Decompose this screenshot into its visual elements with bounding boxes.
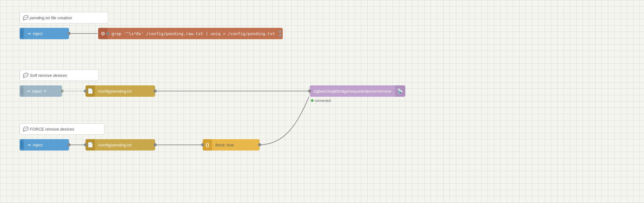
- inject1-output-port: [67, 32, 71, 35]
- file-icon-1: 📄: [87, 88, 93, 94]
- file2-output-port: [154, 143, 157, 146]
- inject-label-2: inject: [32, 89, 42, 94]
- inject-node-2-disabled[interactable]: ⇒ inject ↻: [20, 85, 62, 97]
- inject-node-1[interactable]: ⇒ inject: [20, 28, 69, 39]
- change-node-1[interactable]: {} force: true: [203, 139, 260, 151]
- comment-label: pending.txt file creation: [30, 15, 72, 20]
- file-node-2[interactable]: 📄 /config/pending.txt: [85, 139, 155, 151]
- inject2-output-port: [60, 89, 64, 93]
- comment-icon-2: 💬: [22, 73, 28, 78]
- change-label: force: true: [212, 143, 237, 147]
- gear-icon: ⚙: [101, 31, 105, 37]
- file1-input-port: [84, 89, 87, 93]
- inject3-output-port: [67, 143, 71, 146]
- comment-label-3: FORCE remove devices: [30, 127, 74, 132]
- file-node-1[interactable]: 📄 /config/pending.txt: [85, 85, 155, 97]
- comment-force-remove-devices: 💬 FORCE remove devices: [20, 123, 104, 135]
- mqtt-publish-node[interactable]: zigbee2mqtt/bridge/request/device/remove…: [310, 85, 405, 97]
- exec-label: grep '^\s*0x' /config/pending.raw.txt | …: [108, 31, 279, 36]
- broadcast-icon: 📡: [397, 88, 403, 94]
- connected-status: connected: [311, 99, 331, 102]
- comment-icon: 💬: [22, 15, 28, 20]
- inject-label-3: inject: [33, 143, 42, 147]
- file-label-1: /config/pending.txt: [95, 89, 135, 94]
- change1-input-port: [201, 143, 204, 146]
- file1-output-port: [154, 89, 157, 93]
- arrow-right-icon: ⇒: [27, 31, 31, 36]
- comment-icon-3: 💬: [22, 126, 28, 132]
- comment-pending-file-creation: 💬 pending.txt file creation: [20, 12, 108, 23]
- mqtt-label: zigbee2mqtt/bridge/request/device/remove: [310, 89, 395, 94]
- exec-node-1[interactable]: ⚙ grep '^\s*0x' /config/pending.raw.txt …: [98, 28, 283, 39]
- arrow-right-icon-3: ⇒: [27, 142, 31, 147]
- change1-output-port: [258, 143, 261, 146]
- exec1-input-port: [106, 32, 109, 35]
- repeat-icon: ↻: [44, 89, 47, 93]
- comment-label-2: Soft remove devices: [30, 73, 67, 78]
- inject-node-3[interactable]: ⇒ inject: [20, 139, 69, 151]
- file-icon-2: 📄: [87, 142, 93, 148]
- comment-soft-remove-devices: 💬 Soft remove devices: [20, 70, 99, 81]
- inject-label: inject: [33, 31, 42, 36]
- mqtt-input-port: [308, 89, 311, 93]
- file2-input-port: [84, 143, 87, 146]
- arrow-right-icon-2: ⇒: [27, 89, 30, 94]
- connected-label: connected: [315, 99, 331, 102]
- connected-dot: [311, 99, 313, 102]
- file-label-2: /config/pending.txt: [95, 143, 135, 147]
- braces-icon: {}: [206, 142, 209, 147]
